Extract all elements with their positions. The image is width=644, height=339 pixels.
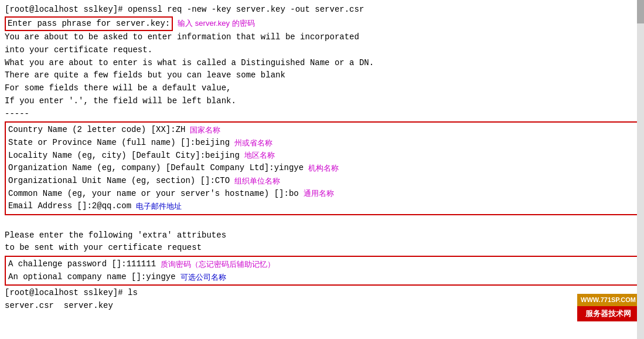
scrollbar[interactable] [637,0,644,339]
watermark-name: 服务器技术网 [577,306,639,321]
watermark: WWW.771SP.COM 服务器技术网 [577,294,639,321]
info-line-6: If you enter '.', the field will be left… [5,95,639,108]
field-text-1: State or Province Name (full name) []:be… [8,137,230,150]
passphrase-box: Enter pass phrase for server.key: [5,16,173,32]
extra-attr-line1: Please enter the following 'extra' attri… [5,229,639,242]
passphrase-line: Enter pass phrase for server.key: 输入 ser… [5,16,639,32]
info-line-7: ----- [5,108,639,121]
field-annotation-4: 组织单位名称 [234,175,280,187]
field-line-4: Organizational Unit Name (eg, section) [… [8,175,636,188]
scrollbar-thumb[interactable] [637,0,644,23]
challenge-text-1: An optional company name []:yingye [8,271,176,284]
field-annotation-6: 电子邮件地址 [136,201,182,212]
field-text-5: Common Name (eg, your name or your serve… [8,188,299,201]
info-line-1: You are about to be asked to enter infor… [5,31,639,44]
field-annotation-1: 州或省名称 [234,137,272,149]
field-text-6: Email Address []:2@qq.com [8,200,131,213]
extra-attr-line2: to be sent with your certificate request [5,242,639,255]
challenge-text-0: A challenge password []:111111 [8,258,156,271]
footer-files: server.csr server.key [5,300,639,313]
field-annotation-0: 国家名称 [190,124,220,136]
info-line-5: For some fields there will be a default … [5,82,639,95]
field-text-3: Organization Name (eg, company) [Default… [8,162,304,175]
field-line-1: State or Province Name (full name) []:be… [8,137,636,150]
cmd-line: [root@localhost sslkey]# openssl req -ne… [5,4,639,16]
info-line-2: into your certificate request. [5,44,639,57]
field-text-0: Country Name (2 letter code) [XX]:ZH [8,124,185,137]
field-line-6: Email Address []:2@qq.com电子邮件地址 [8,200,636,213]
fields-section: Country Name (2 letter code) [XX]:ZH国家名称… [5,121,639,215]
info-line-3: What you are about to enter is what is c… [5,57,639,70]
field-annotation-5: 通用名称 [304,188,334,199]
challenge-line-0: A challenge password []:111111质询密码（忘记密码后… [8,258,636,271]
challenge-line-1: An optional company name []:yingye可选公司名称 [8,271,636,284]
info-line-4: There are quite a few fields but you can… [5,69,639,82]
field-line-3: Organization Name (eg, company) [Default… [8,162,636,175]
field-text-4: Organizational Unit Name (eg, section) [… [8,175,230,188]
field-line-0: Country Name (2 letter code) [XX]:ZH国家名称 [8,124,636,137]
field-line-2: Locality Name (eg, city) [Default City]:… [8,150,636,162]
challenge-annotation-0: 质询密码（忘记密码后辅助记忆） [161,259,275,270]
watermark-url: WWW.771SP.COM [577,294,639,306]
field-text-2: Locality Name (eg, city) [Default City]:… [8,150,240,162]
passphrase-annotation: 输入 server.key 的密码 [178,18,254,29]
blank-line-1 [5,216,639,229]
terminal: [root@localhost sslkey]# openssl req -ne… [0,0,644,339]
challenge-section: A challenge password []:111111质询密码（忘记密码后… [5,256,639,286]
field-line-5: Common Name (eg, your name or your serve… [8,188,636,201]
challenge-annotation-1: 可选公司名称 [180,272,226,283]
field-annotation-3: 机构名称 [308,162,339,174]
field-annotation-2: 地区名称 [244,150,275,161]
footer-cmd: [root@localhost sslkey]# ls [5,287,639,300]
